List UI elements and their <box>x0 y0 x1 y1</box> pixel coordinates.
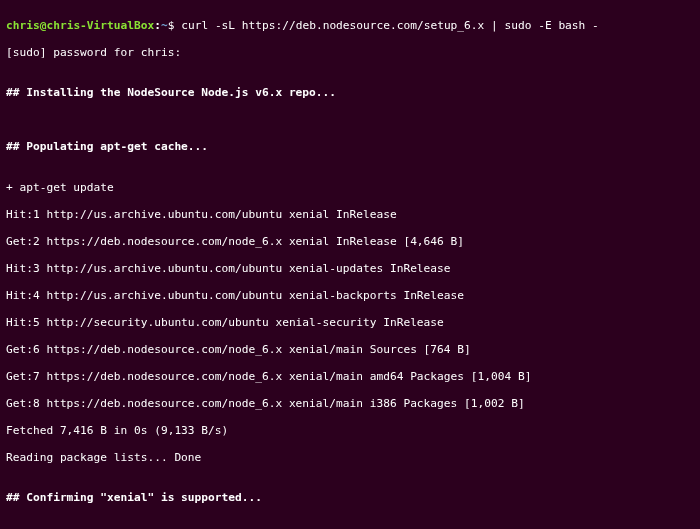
output-line: Hit:5 http://security.ubuntu.com/ubuntu … <box>6 316 694 330</box>
command-text: curl -sL https://deb.nodesource.com/setu… <box>181 19 599 32</box>
section-heading: ## Installing the NodeSource Node.js v6.… <box>6 86 694 100</box>
output-line: Get:8 https://deb.nodesource.com/node_6.… <box>6 397 694 411</box>
terminal[interactable]: chris@chris-VirtualBox:~$ curl -sL https… <box>0 0 700 529</box>
output-line: Hit:1 http://us.archive.ubuntu.com/ubunt… <box>6 208 694 222</box>
prompt-host: chris-VirtualBox <box>46 19 154 32</box>
output-line: Get:7 https://deb.nodesource.com/node_6.… <box>6 370 694 384</box>
section-heading: ## Confirming "xenial" is supported... <box>6 491 694 505</box>
output-line: Fetched 7,416 B in 0s (9,133 B/s) <box>6 424 694 438</box>
output-line: Get:2 https://deb.nodesource.com/node_6.… <box>6 235 694 249</box>
output-line: Hit:4 http://us.archive.ubuntu.com/ubunt… <box>6 289 694 303</box>
prompt-colon: : <box>154 19 161 32</box>
prompt-path: ~ <box>161 19 168 32</box>
output-line: [sudo] password for chris: <box>6 46 694 60</box>
output-line: Get:6 https://deb.nodesource.com/node_6.… <box>6 343 694 357</box>
prompt-dollar: $ <box>168 19 181 32</box>
output-line: + apt-get update <box>6 181 694 195</box>
prompt-user: chris <box>6 19 40 32</box>
section-heading: ## Populating apt-get cache... <box>6 140 694 154</box>
output-line: Reading package lists... Done <box>6 451 694 465</box>
output-line: Hit:3 http://us.archive.ubuntu.com/ubunt… <box>6 262 694 276</box>
prompt-line: chris@chris-VirtualBox:~$ curl -sL https… <box>6 19 694 33</box>
